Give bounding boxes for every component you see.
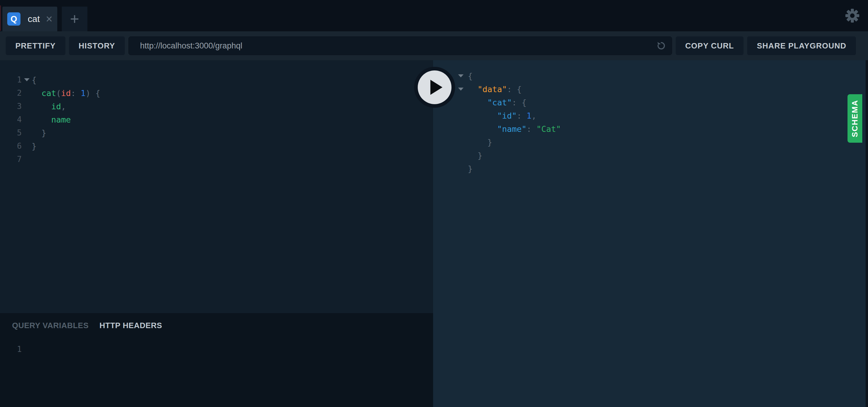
code-token: {	[95, 89, 100, 98]
line-number: 1	[0, 75, 22, 84]
toolbar: PRETTIFY HISTORY COPY CURL SHARE PLAYGRO…	[0, 31, 868, 60]
code-line: 4 name	[0, 113, 433, 126]
code-token: "cat"	[487, 98, 512, 107]
execute-query-button[interactable]	[414, 67, 455, 108]
code-line: "cat": {	[433, 96, 868, 109]
code-token	[517, 98, 522, 107]
code-token: :	[512, 98, 517, 107]
code-text: }	[32, 128, 46, 138]
copy-curl-button[interactable]: COPY CURL	[676, 36, 744, 55]
code-token	[32, 102, 51, 111]
code-line: 3 id,	[0, 100, 433, 113]
code-token	[531, 124, 536, 134]
code-line: 1{	[0, 73, 433, 87]
code-token: }	[32, 141, 36, 151]
code-token	[32, 115, 51, 124]
code-token: "id"	[497, 111, 517, 121]
tab-bar: Q cat × +	[0, 0, 868, 31]
code-text: "id": 1,	[468, 111, 536, 121]
code-text: }	[468, 164, 472, 173]
history-button[interactable]: HISTORY	[69, 36, 125, 55]
schema-sidebar-tab[interactable]: SCHEMA	[847, 94, 862, 143]
code-token	[522, 111, 527, 121]
code-token: "Cat"	[536, 124, 561, 134]
code-token	[76, 89, 81, 98]
code-token: )	[86, 89, 90, 98]
code-token: }	[468, 164, 472, 173]
code-line: 7	[0, 152, 433, 166]
play-icon	[430, 80, 442, 95]
tab-query-variables[interactable]: QUERY VARIABLES	[12, 321, 89, 330]
code-token: id	[61, 89, 71, 98]
code-token	[468, 111, 497, 121]
code-line: 2 cat(id: 1) {	[0, 87, 433, 100]
response-viewer[interactable]: { "data": { "cat": { "id": 1, "name": "C…	[433, 60, 868, 407]
code-token: 1	[81, 89, 86, 98]
code-token	[468, 84, 478, 94]
code-token: cat	[41, 89, 56, 98]
line-number: 4	[0, 115, 22, 124]
settings-gear-icon[interactable]	[844, 7, 861, 24]
code-line: "data": {	[433, 82, 868, 96]
query-editor[interactable]: 1{2 cat(id: 1) {3 id,4 name5 }6}7	[0, 60, 433, 313]
code-token: "data"	[478, 84, 507, 94]
code-token	[512, 84, 517, 94]
line-number: 6	[0, 141, 22, 150]
code-token: {	[32, 75, 36, 84]
code-token: name	[51, 115, 71, 124]
query-type-badge: Q	[7, 12, 21, 26]
line-number: 5	[0, 128, 22, 137]
new-tab-button[interactable]: +	[62, 7, 87, 31]
code-line: "name": "Cat"	[433, 122, 868, 135]
endpoint-url-wrapper	[128, 36, 672, 55]
code-token: 1	[527, 111, 531, 121]
code-token: }	[468, 138, 492, 147]
code-line: }	[433, 162, 868, 175]
code-token: }	[468, 151, 483, 160]
code-token: ,	[61, 102, 66, 111]
variables-line-number: 1	[0, 345, 22, 354]
bottom-panel-tabs: QUERY VARIABLES HTTP HEADERS	[0, 313, 433, 330]
fold-arrow-icon[interactable]	[24, 78, 30, 81]
screen-edge-artifact	[0, 5, 1, 31]
code-token: :	[527, 124, 531, 134]
code-token: {	[468, 71, 472, 81]
code-line: }	[433, 135, 868, 149]
line-number: 7	[0, 155, 22, 164]
code-text: id,	[32, 102, 66, 111]
code-token	[468, 98, 487, 107]
schema-tab-label: SCHEMA	[850, 100, 860, 137]
code-text: "name": "Cat"	[468, 124, 561, 134]
reload-schema-icon[interactable]	[656, 40, 667, 51]
code-text: }	[468, 151, 483, 160]
code-line: 6}	[0, 139, 433, 152]
close-tab-icon[interactable]: ×	[46, 13, 53, 25]
code-line: 5 }	[0, 126, 433, 139]
code-text: "data": {	[468, 84, 522, 94]
fold-arrow-icon[interactable]	[458, 88, 464, 91]
tab-http-headers[interactable]: HTTP HEADERS	[99, 321, 162, 330]
code-text: cat(id: 1) {	[32, 89, 100, 98]
tab-cat[interactable]: Q cat ×	[2, 7, 57, 31]
code-token: }	[32, 128, 46, 138]
code-text: {	[468, 71, 472, 81]
code-line: }	[433, 149, 868, 162]
code-token	[468, 124, 497, 134]
code-token: :	[517, 111, 522, 121]
line-number: 3	[0, 102, 22, 111]
fold-gutter	[22, 78, 32, 81]
endpoint-url-input[interactable]	[128, 36, 672, 55]
code-text: }	[32, 141, 36, 151]
code-token: {	[517, 84, 522, 94]
code-token: {	[522, 98, 527, 107]
code-line: {	[433, 69, 868, 82]
fold-arrow-icon[interactable]	[458, 74, 464, 77]
prettify-button[interactable]: PRETTIFY	[6, 36, 65, 55]
code-token: ,	[531, 111, 536, 121]
share-playground-button[interactable]: SHARE PLAYGROUND	[747, 36, 856, 55]
code-text: name	[32, 115, 71, 124]
right-scrollbar-track[interactable]	[866, 60, 868, 407]
bottom-panel: QUERY VARIABLES HTTP HEADERS 1	[0, 313, 433, 407]
code-token	[90, 89, 95, 98]
tab-label: cat	[28, 14, 40, 24]
